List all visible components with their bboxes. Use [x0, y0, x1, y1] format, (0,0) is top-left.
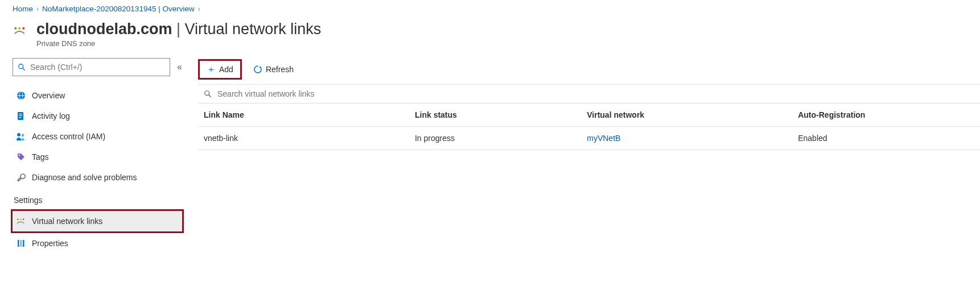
cell-link-status: In progress: [409, 127, 581, 150]
sidebar-search[interactable]: [13, 58, 170, 76]
search-icon: [204, 90, 212, 98]
page-subtitle: Private DNS zone: [36, 39, 321, 48]
svg-point-15: [17, 219, 19, 221]
svg-rect-18: [18, 240, 19, 247]
link-icon: [16, 216, 26, 226]
sidebar-item-label: Tags: [32, 152, 49, 161]
chevron-right-icon: ›: [36, 5, 39, 13]
sidebar-heading-settings: Settings: [13, 188, 182, 209]
highlight-vnet-links: Virtual network links: [11, 209, 184, 233]
svg-point-13: [22, 134, 24, 137]
search-icon: [18, 63, 26, 71]
chevron-right-icon: ›: [198, 5, 200, 13]
svg-point-2: [22, 27, 24, 30]
sidebar-item-label: Virtual network links: [32, 217, 102, 226]
refresh-button-label: Refresh: [266, 65, 294, 74]
col-link-status[interactable]: Link status: [409, 103, 581, 127]
sidebar-search-input[interactable]: [29, 62, 165, 72]
sidebar-item-label: Properties: [32, 239, 68, 248]
sidebar-item-label: Diagnose and solve problems: [32, 173, 137, 182]
globe-icon: [16, 90, 26, 101]
add-button[interactable]: ＋ Add: [200, 61, 240, 78]
refresh-icon: [253, 65, 262, 74]
sidebar-item-overview[interactable]: Overview: [13, 85, 182, 106]
sidebar-item-vnet-links[interactable]: Virtual network links: [13, 211, 182, 231]
vnet-links-table: Link Name Link status Virtual network Au…: [198, 103, 980, 150]
svg-point-17: [23, 219, 24, 221]
main-search-input[interactable]: [216, 89, 974, 99]
log-icon: [16, 111, 26, 121]
sidebar-item-label: Overview: [32, 91, 65, 100]
sidebar-item-tags[interactable]: Tags: [13, 147, 182, 167]
cell-virtual-network[interactable]: myVNetB: [581, 127, 792, 150]
svg-rect-11: [19, 117, 21, 118]
sidebar-item-label: Access control (IAM): [32, 132, 105, 141]
table-row[interactable]: vnetb-link In progress myVNetB Enabled: [198, 127, 980, 150]
people-icon: [16, 131, 26, 142]
sidebar-item-diagnose[interactable]: Diagnose and solve problems: [13, 167, 182, 188]
col-auto-registration[interactable]: Auto-Registration: [792, 103, 980, 127]
svg-point-0: [14, 27, 17, 30]
breadcrumb: Home › NoMarketplace-20200820131945 | Ov…: [13, 5, 980, 13]
col-virtual-network[interactable]: Virtual network: [581, 103, 792, 127]
sidebar-item-label: Activity log: [32, 111, 70, 121]
dns-zone-icon: [13, 23, 28, 39]
svg-point-16: [20, 219, 22, 221]
highlight-add: ＋ Add: [198, 59, 242, 80]
sidebar-item-properties[interactable]: Properties: [13, 233, 182, 254]
properties-icon: [16, 238, 26, 248]
svg-rect-19: [20, 240, 22, 247]
svg-line-22: [209, 95, 211, 97]
col-link-name[interactable]: Link Name: [198, 103, 409, 127]
toolbar: ＋ Add Refresh: [198, 58, 980, 81]
svg-rect-20: [23, 240, 24, 247]
svg-rect-9: [19, 114, 22, 114]
breadcrumb-home[interactable]: Home: [13, 5, 33, 13]
cell-auto-registration: Enabled: [792, 127, 980, 150]
sidebar-item-access-control[interactable]: Access control (IAM): [13, 126, 182, 147]
page-title-resource: cloudnodelab.com: [36, 20, 172, 38]
svg-point-12: [17, 133, 20, 136]
table-header-row: Link Name Link status Virtual network Au…: [198, 103, 980, 127]
refresh-button[interactable]: Refresh: [246, 60, 300, 79]
page-title-blade: Virtual network links: [185, 20, 322, 38]
sidebar-item-activity-log[interactable]: Activity log: [13, 106, 182, 126]
page-title: cloudnodelab.com | Virtual network links: [36, 20, 321, 38]
sidebar: « Overview Activity log Access control (…: [13, 58, 182, 254]
sidebar-collapse-button[interactable]: «: [177, 62, 182, 72]
wrench-icon: [16, 172, 26, 183]
cell-link-name: vnetb-link: [198, 127, 409, 150]
page-title-row: cloudnodelab.com | Virtual network links…: [13, 20, 980, 48]
svg-point-14: [19, 155, 20, 156]
main-search[interactable]: [198, 84, 980, 103]
svg-point-1: [18, 27, 20, 30]
tag-icon: [16, 152, 26, 162]
svg-rect-10: [19, 115, 22, 116]
main-content: ＋ Add Refresh: [182, 58, 980, 150]
breadcrumb-resource-group[interactable]: NoMarketplace-20200820131945 | Overview: [42, 5, 195, 13]
add-button-label: Add: [219, 65, 233, 74]
svg-line-4: [23, 68, 25, 71]
plus-icon: ＋: [207, 65, 216, 74]
